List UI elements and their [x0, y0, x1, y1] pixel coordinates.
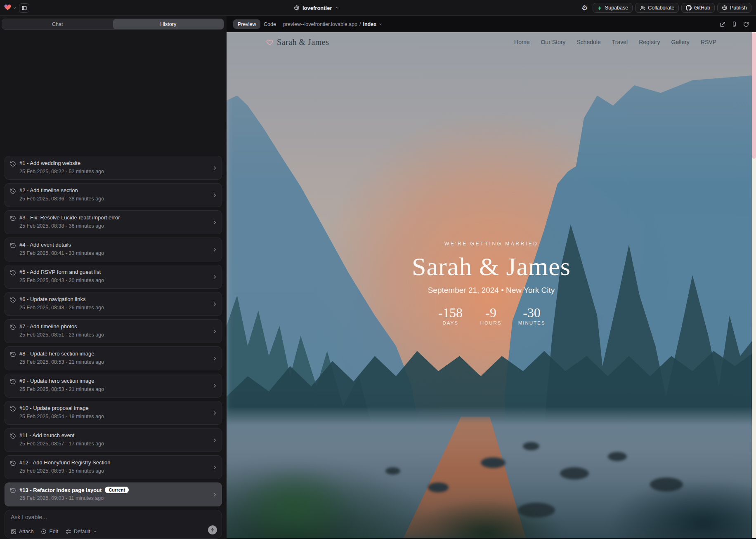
- publish-label: Publish: [730, 5, 747, 11]
- history-item-title: #9 - Update hero section image: [19, 378, 94, 384]
- lovable-heart-logo-icon[interactable]: [4, 3, 12, 10]
- preview-toolbar: Preview Code preview--lovefrontier.lovab…: [227, 16, 756, 32]
- history-item[interactable]: #8 - Update hero section image 25 Feb 20…: [5, 346, 222, 370]
- send-button[interactable]: [208, 525, 217, 534]
- history-clock-icon: [10, 379, 16, 385]
- lovable-app-window: lovefrontier ⚙ Supabase Collaborate: [0, 0, 756, 539]
- history-item[interactable]: #10 - Update proposal image 25 Feb 2025,…: [5, 401, 222, 425]
- topbar-actions: ⚙ Supabase Collaborate GitHub: [579, 3, 751, 13]
- countdown-days-label: DAYS: [437, 320, 464, 325]
- nav-gallery[interactable]: Gallery: [671, 39, 690, 45]
- history-clock-icon: [10, 242, 16, 249]
- github-button[interactable]: GitHub: [681, 3, 715, 13]
- site-logo[interactable]: Sarah & James: [266, 38, 329, 47]
- site-viewport: Sarah & James Home Our Story Schedule Tr…: [227, 32, 756, 538]
- tab-history[interactable]: History: [113, 19, 224, 29]
- chevron-right-icon: [212, 383, 218, 389]
- history-item[interactable]: #12 - Add Honeyfund Registry Section 25 …: [5, 455, 222, 479]
- nav-our-story[interactable]: Our Story: [541, 39, 565, 45]
- history-item-title-text: #13 - Refactor index page layout: [19, 487, 102, 493]
- supabase-bolt-icon: [597, 5, 602, 11]
- countdown-minutes: -30 MINUTES: [518, 306, 546, 325]
- history-item-meta: 25 Feb 2025, 08:36 - 38 minutes ago: [19, 196, 104, 202]
- current-badge: Current: [105, 487, 129, 493]
- preview-page-name: index: [363, 21, 376, 27]
- chevron-right-icon: [212, 274, 218, 280]
- sidebar-toggle-button[interactable]: [19, 3, 29, 13]
- site-scrollbar-thumb[interactable]: [752, 32, 756, 159]
- url-separator: /: [359, 21, 361, 27]
- history-item-meta: 25 Feb 2025, 08:57 - 17 minutes ago: [19, 441, 104, 447]
- mode-label: Default: [74, 529, 90, 534]
- nav-travel[interactable]: Travel: [612, 39, 628, 45]
- chevron-right-icon: [212, 247, 218, 253]
- chevron-right-icon: [212, 410, 218, 416]
- history-item[interactable]: #1 - Add wedding website 25 Feb 2025, 08…: [5, 156, 222, 180]
- history-item[interactable]: #6 - Update navigation links 25 Feb 2025…: [5, 292, 222, 316]
- site-logo-text: Sarah & James: [277, 38, 329, 47]
- countdown-hours-label: HOURS: [478, 320, 504, 325]
- chevron-right-icon: [212, 165, 218, 171]
- edit-button[interactable]: Edit: [41, 529, 58, 534]
- mobile-view-icon[interactable]: [732, 21, 737, 27]
- prompt-input[interactable]: [11, 514, 184, 520]
- chevron-right-icon: [212, 464, 218, 471]
- collaborate-button[interactable]: Collaborate: [635, 3, 679, 13]
- history-item[interactable]: #5 - Add RSVP form and guest list 25 Feb…: [5, 265, 222, 289]
- composer-toolbar: Attach Edit Default: [11, 529, 97, 534]
- settings-gear-button[interactable]: ⚙: [579, 3, 590, 13]
- attach-button[interactable]: Attach: [11, 529, 33, 534]
- site-nav: Home Our Story Schedule Travel Registry …: [514, 39, 716, 45]
- publish-button[interactable]: Publish: [717, 3, 751, 13]
- countdown-hours: -9 HOURS: [478, 306, 504, 325]
- mode-select[interactable]: Default: [66, 529, 97, 534]
- nav-rsvp[interactable]: RSVP: [701, 39, 716, 45]
- tab-chat[interactable]: Chat: [2, 19, 113, 29]
- attach-image-icon: [11, 529, 17, 534]
- countdown-minutes-value: -30: [518, 306, 546, 320]
- preview-panel: Preview Code preview--lovefrontier.lovab…: [227, 16, 756, 539]
- github-label: GitHub: [694, 5, 710, 11]
- history-clock-icon: [10, 161, 16, 167]
- history-clock-icon: [10, 270, 16, 276]
- tab-preview[interactable]: Preview: [233, 19, 260, 29]
- nav-schedule[interactable]: Schedule: [576, 39, 600, 45]
- history-item-title: #3 - Fix: Resolve Lucide-react import er…: [19, 214, 120, 221]
- history-item-meta: 25 Feb 2025, 08:51 - 23 minutes ago: [19, 332, 104, 338]
- history-item[interactable]: #2 - Add timeline section 25 Feb 2025, 0…: [5, 183, 222, 207]
- preview-url-breadcrumb[interactable]: preview--lovefrontier.lovable.app / inde…: [283, 21, 383, 27]
- history-item[interactable]: #11 - Add brunch event 25 Feb 2025, 08:5…: [5, 428, 222, 452]
- history-item[interactable]: #9 - Update hero section image 25 Feb 20…: [5, 374, 222, 398]
- nav-home[interactable]: Home: [514, 39, 529, 45]
- history-item-meta: 25 Feb 2025, 08:43 - 30 minutes ago: [19, 278, 104, 283]
- refresh-icon[interactable]: [743, 21, 749, 27]
- hero-title: Sarah & James: [227, 253, 756, 280]
- history-item-meta: 25 Feb 2025, 08:41 - 33 minutes ago: [19, 250, 104, 256]
- chevron-right-icon: [212, 192, 218, 198]
- history-item-current[interactable]: #13 - Refactor index page layoutCurrent …: [5, 483, 222, 506]
- attach-label: Attach: [19, 529, 33, 534]
- history-item-title: #12 - Add Honeyfund Registry Section: [19, 459, 110, 466]
- history-item-title: #11 - Add brunch event: [19, 432, 74, 438]
- chevron-right-icon: [212, 355, 218, 362]
- project-switcher[interactable]: lovefrontier: [294, 0, 339, 16]
- collaborate-label: Collaborate: [648, 5, 674, 11]
- history-item[interactable]: #3 - Fix: Resolve Lucide-react import er…: [5, 210, 222, 234]
- history-item-title: #5 - Add RSVP form and guest list: [19, 269, 101, 275]
- heart-outline-icon: [266, 39, 273, 45]
- github-icon: [686, 5, 692, 11]
- history-item-title: #8 - Update hero section image: [19, 351, 94, 357]
- history-clock-icon: [10, 297, 16, 303]
- tab-code[interactable]: Code: [264, 21, 276, 27]
- history-item[interactable]: #4 - Add event details 25 Feb 2025, 08:4…: [5, 238, 222, 261]
- open-external-icon[interactable]: [720, 21, 725, 27]
- nav-registry[interactable]: Registry: [639, 39, 660, 45]
- history-item-meta: 25 Feb 2025, 08:38 - 36 minutes ago: [19, 223, 104, 229]
- chevron-down-icon[interactable]: [13, 6, 17, 10]
- preview-tools: [720, 21, 749, 27]
- history-item[interactable]: #7 - Add timeline photos 25 Feb 2025, 08…: [5, 319, 222, 343]
- history-item-title: #2 - Add timeline section: [19, 187, 78, 193]
- hero-eyebrow: WE'RE GETTING MARRIED: [227, 241, 756, 247]
- supabase-button[interactable]: Supabase: [593, 3, 633, 13]
- history-list: #1 - Add wedding website 25 Feb 2025, 08…: [5, 156, 222, 506]
